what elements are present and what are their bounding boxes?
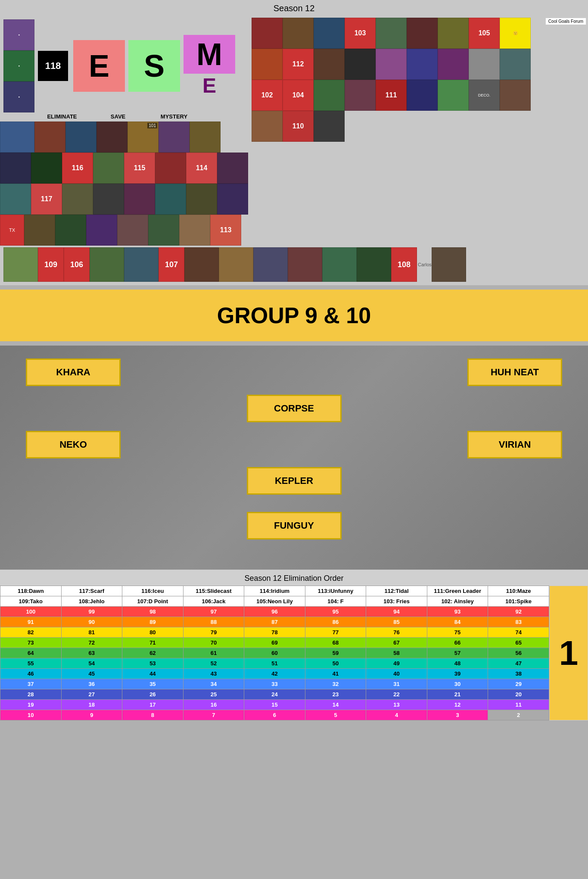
esm-labels: ELIMINATE SAVE MYSTERY [0, 112, 250, 120]
cell: 77 [305, 627, 366, 638]
cell: 111:Green Leader [427, 586, 488, 596]
mystery-button[interactable]: M [184, 35, 235, 74]
grid-cell [86, 215, 117, 246]
cell: 52 [183, 658, 244, 669]
season-title: Season 12 [0, 3, 588, 13]
cell: 8 [122, 710, 184, 720]
cell: 48 [427, 658, 488, 669]
grid-cell [159, 122, 190, 153]
cell: 63 [61, 648, 122, 658]
grid-cell [0, 153, 31, 184]
elim-section: Season 12 Elimination Order 118:Dawn 117… [0, 570, 588, 720]
cell: 24 [244, 689, 305, 700]
num-108-cell: 108 [391, 247, 417, 282]
cell: 90 [61, 617, 122, 627]
bracket-funguy: FUNGUY [247, 512, 342, 539]
cell: 78 [244, 627, 305, 638]
grid-cell [124, 184, 155, 215]
grid-cell [34, 122, 65, 153]
grid-cell [155, 184, 186, 215]
cell: 117:Scarf [61, 586, 122, 596]
bracket-corpse: CORPSE [247, 395, 342, 422]
grid-cell [179, 215, 210, 246]
cell: 89 [122, 617, 184, 627]
elim-row-100: 100 99 98 97 96 95 94 93 92 [0, 607, 549, 617]
grid-cell [93, 184, 124, 215]
grid-cell [314, 80, 345, 111]
elim-title: Season 12 Elimination Order [0, 574, 588, 583]
cell: 56 [488, 648, 549, 658]
save-button[interactable]: S [128, 40, 180, 92]
num-116-cell: 116 [62, 153, 93, 184]
cell: 46 [0, 669, 62, 679]
cell: 39 [427, 669, 488, 679]
num-118-badge: 118 [38, 51, 68, 81]
num-104-cell: 104 [283, 80, 314, 111]
cell: 34 [183, 679, 244, 689]
cell: 15 [244, 700, 305, 710]
cell: 49 [366, 658, 427, 669]
cell: 55 [0, 658, 62, 669]
cell: 88 [183, 617, 244, 627]
cell: 91 [0, 617, 62, 627]
grid-cell [190, 122, 221, 153]
elim-row-82: 82 81 80 79 78 77 76 75 74 [0, 627, 549, 638]
cell: 99 [61, 607, 122, 617]
cell: 17 [122, 700, 184, 710]
cell: 26 [122, 689, 184, 700]
cell: 104: F [305, 596, 366, 607]
grid-cell: DECO. [469, 80, 500, 111]
cell: 67 [366, 638, 427, 648]
bracket-huh-neat: HUH NEAT [467, 358, 562, 386]
eliminate-button[interactable]: E [73, 40, 125, 92]
cell: 86 [305, 617, 366, 627]
bracket-area: KHARA HUH NEAT CORPSE NEKO VIRIAN KEPLER… [0, 346, 588, 570]
grid-cell [407, 49, 438, 80]
grid-cell [65, 122, 96, 153]
cell: 62 [122, 648, 184, 658]
cell: 66 [427, 638, 488, 648]
corner-logo: Cool Goals Forum [545, 18, 586, 25]
header-row-1: 118:Dawn 117:Scarf 116:Iceu 115:Slidecas… [0, 586, 549, 596]
grid-cell [252, 111, 283, 142]
grid-cell [438, 18, 469, 49]
cell: 106:Jack [183, 596, 244, 607]
carlos-label: Carlos [418, 262, 432, 267]
cell: 108:Jehlo [61, 596, 122, 607]
cell: 20 [488, 689, 549, 700]
cell: 27 [61, 689, 122, 700]
grid-cell [31, 153, 62, 184]
cell: 47 [488, 658, 549, 669]
cell: 14 [305, 700, 366, 710]
header-row-2: 109:Tako 108:Jehlo 107:D Point 106:Jack … [0, 596, 549, 607]
elim-row-19: 19 18 17 16 15 14 13 12 11 [0, 700, 549, 710]
grid-cell [500, 80, 531, 111]
cell: 74 [488, 627, 549, 638]
elim-row-28: 28 27 26 25 24 23 22 21 20 [0, 689, 549, 700]
cell: 100 [0, 607, 62, 617]
cell: 12 [427, 700, 488, 710]
num-113-cell: 113 [210, 215, 241, 246]
grid-cell [186, 184, 217, 215]
cell: 28 [0, 689, 62, 700]
grid-cell [357, 247, 391, 282]
cell: 76 [366, 627, 427, 638]
cell: 35 [122, 679, 184, 689]
cell: 11 [488, 700, 549, 710]
cell: 112:Tidal [366, 586, 427, 596]
cell: 115:Slidecast [183, 586, 244, 596]
cell: 4 [366, 710, 427, 720]
cell: 64 [0, 648, 62, 658]
cell: 107:D Point [122, 596, 184, 607]
group-banner: GROUP 9 & 10 [0, 290, 588, 341]
grid-cell [314, 111, 345, 142]
grid-cell [432, 247, 466, 282]
cell: 57 [427, 648, 488, 658]
grid-cell [55, 215, 86, 246]
grid-cell [288, 247, 322, 282]
cell: 109:Tako [0, 596, 62, 607]
grid-cell [62, 184, 93, 215]
elim-row-91: 91 90 89 88 87 86 85 84 83 [0, 617, 549, 627]
cell: 83 [488, 617, 549, 627]
num-103-cell: 103 [345, 18, 376, 49]
